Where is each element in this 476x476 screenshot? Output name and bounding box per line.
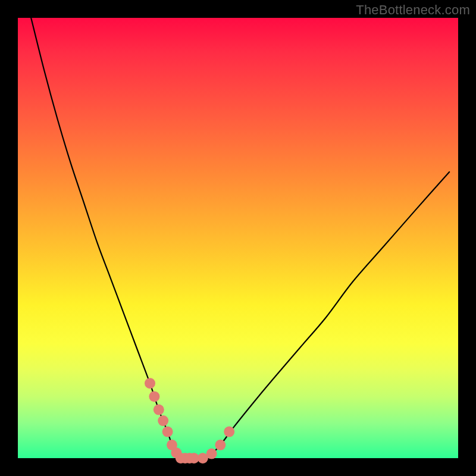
- watermark-label: TheBottleneck.com: [356, 2, 470, 18]
- marker-dot: [154, 405, 164, 415]
- marker-dot: [224, 427, 234, 437]
- marker-dot: [158, 415, 168, 426]
- marker-group: [145, 378, 234, 464]
- marker-dot: [162, 427, 173, 437]
- plot-area: [18, 18, 458, 458]
- marker-dot: [145, 378, 155, 389]
- curve-layer: [18, 18, 458, 458]
- marker-dot: [215, 440, 226, 450]
- marker-dot: [149, 391, 159, 402]
- bottleneck-curve: [31, 18, 449, 459]
- marker-dot: [206, 449, 217, 459]
- chart-frame: TheBottleneck.com: [0, 0, 476, 476]
